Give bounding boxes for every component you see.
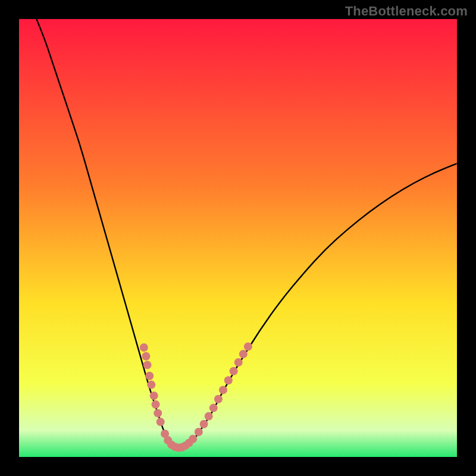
cluster-dot bbox=[147, 381, 155, 389]
cluster-dot bbox=[209, 404, 218, 412]
cluster-dot bbox=[152, 400, 160, 409]
cluster-dot bbox=[200, 420, 208, 428]
chart-svg bbox=[19, 19, 457, 457]
chart-frame: TheBottleneck.com bbox=[0, 0, 476, 476]
cluster-dot bbox=[195, 428, 203, 436]
cluster-dot bbox=[205, 412, 213, 421]
cluster-dot bbox=[154, 409, 162, 417]
watermark-text: TheBottleneck.com bbox=[345, 4, 468, 19]
cluster-dot bbox=[234, 358, 243, 367]
cluster-dot bbox=[143, 361, 152, 369]
plot-area bbox=[19, 19, 457, 457]
cluster-dot bbox=[189, 435, 197, 443]
cluster-dot bbox=[219, 386, 227, 394]
cluster-dot bbox=[150, 392, 158, 400]
cluster-dot bbox=[224, 376, 233, 384]
cluster-dot bbox=[244, 343, 252, 351]
cluster-dot bbox=[239, 350, 248, 358]
cluster-dot bbox=[140, 343, 148, 352]
gradient-background bbox=[19, 19, 457, 457]
cluster-dot bbox=[230, 367, 238, 375]
cluster-dot bbox=[142, 352, 150, 361]
cluster-dot bbox=[214, 395, 223, 403]
cluster-dot bbox=[145, 372, 154, 380]
cluster-dot bbox=[156, 418, 165, 426]
